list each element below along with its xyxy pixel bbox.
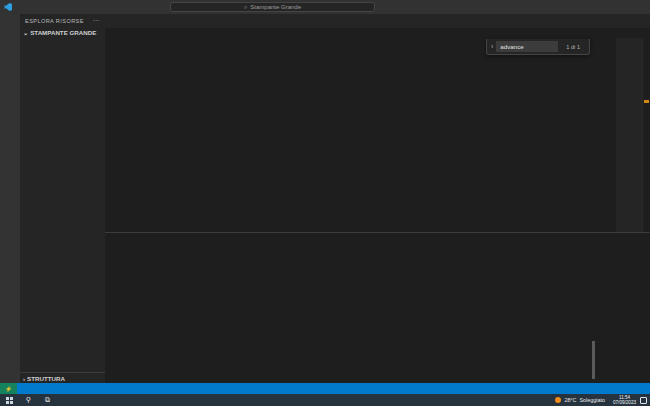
taskbar-weather[interactable]: 28°C Soleggiato <box>555 397 605 403</box>
remote-indicator[interactable]: ⚡ <box>0 383 17 394</box>
code-editor[interactable] <box>105 38 650 232</box>
taskbar-clock[interactable]: 11:54 07/09/2023 <box>613 395 636 405</box>
terminal-output[interactable] <box>105 246 596 383</box>
chevron-right-icon: › <box>23 375 25 382</box>
workspace-section-header[interactable]: ⌄ STAMPANTE GRANDE <box>20 27 105 38</box>
title-bar: ⌕ Stampante Grande <box>0 0 650 14</box>
task-view-button[interactable]: ⧉ <box>38 394 57 406</box>
explorer-sidebar: ESPLORA RISORSE ⋯ ⌄ STAMPANTE GRANDE › S… <box>20 14 105 383</box>
bottom-panel <box>105 232 650 383</box>
windows-taskbar: ⚲ ⧉ 28°C Soleggiato 11:54 07/09/2023 <box>0 394 650 406</box>
find-widget: › advance 1 di 1 <box>486 39 590 55</box>
sidebar-more-actions[interactable]: ⋯ <box>93 17 100 25</box>
windows-logo-icon <box>6 397 13 404</box>
overview-ruler[interactable] <box>642 38 650 232</box>
find-match-count: 1 di 1 <box>566 44 580 50</box>
sun-icon <box>555 397 561 403</box>
find-input[interactable]: advance <box>496 41 558 52</box>
terminal-list <box>596 246 650 383</box>
start-button[interactable] <box>0 394 19 406</box>
search-icon: ⚲ <box>26 396 31 404</box>
action-center-button[interactable] <box>640 397 647 404</box>
overview-marker <box>644 100 649 103</box>
command-center-search[interactable]: ⌕ Stampante Grande <box>170 2 375 12</box>
window-title: Stampante Grande <box>250 4 301 10</box>
breadcrumb[interactable] <box>105 28 650 38</box>
code-content[interactable] <box>131 38 616 232</box>
sidebar-title: ESPLORA RISORSE <box>25 18 84 24</box>
file-tree <box>20 38 105 372</box>
chevron-down-icon: ⌄ <box>23 29 28 36</box>
editor-tab-bar <box>105 14 650 28</box>
activity-bar <box>0 14 20 383</box>
taskbar-search-button[interactable]: ⚲ <box>19 394 38 406</box>
task-view-icon: ⧉ <box>45 396 50 404</box>
status-bar: ⚡ <box>0 383 650 394</box>
search-icon: ⌕ <box>244 4 247 11</box>
outline-section-header[interactable]: › STRUTTURA <box>20 372 105 383</box>
panel-tab-bar <box>105 233 650 246</box>
terminal-scrollbar[interactable] <box>592 341 595 379</box>
vscode-logo-icon <box>4 3 12 11</box>
minimap[interactable] <box>616 38 642 232</box>
line-numbers-gutter <box>105 38 131 232</box>
find-toggle-replace-icon[interactable]: › <box>491 43 493 50</box>
